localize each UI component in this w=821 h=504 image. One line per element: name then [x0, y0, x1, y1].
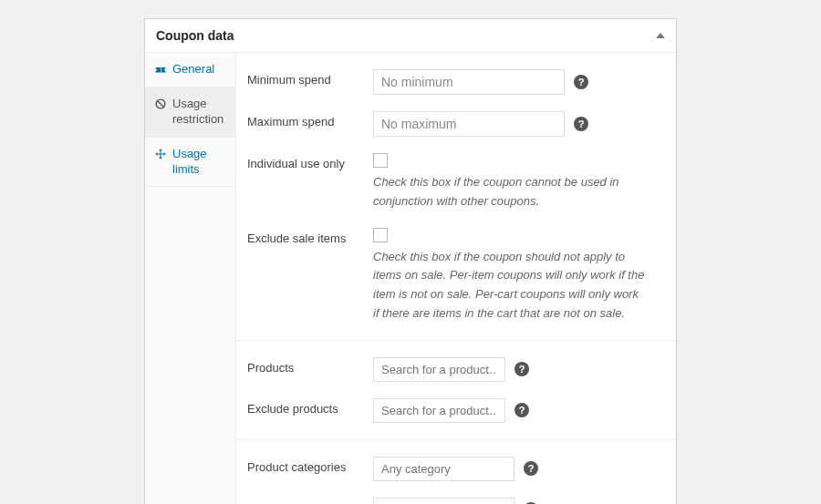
help-icon[interactable]: ?	[514, 362, 529, 376]
exclude-products-input[interactable]	[373, 398, 505, 423]
label-individual-use: Individual use only	[236, 153, 373, 170]
panel-header: Coupon data	[145, 19, 676, 53]
spend-group: Minimum spend ? Maximum spend ?	[236, 53, 676, 341]
tab-usage-restriction-label: Usage restriction	[172, 97, 226, 128]
panel-title: Coupon data	[156, 28, 234, 43]
row-exclude-products: Exclude products ?	[236, 390, 676, 431]
maximum-spend-input[interactable]	[373, 111, 565, 137]
help-icon[interactable]: ?	[574, 117, 588, 131]
exclude-categories-input[interactable]	[373, 498, 514, 504]
products-group: Products ? Exclude products ?	[236, 341, 676, 440]
tab-content: Minimum spend ? Maximum spend ?	[236, 53, 676, 504]
label-exclude-categories: Exclude categories	[236, 498, 373, 504]
tab-usage-restriction[interactable]: Usage restriction	[145, 87, 235, 138]
tabs-sidebar: General Usage restriction Usage limits	[145, 53, 236, 504]
coupon-data-panel: Coupon data General Usage restriction	[144, 18, 677, 504]
row-product-categories: Product categories ?	[236, 448, 676, 489]
panel-body: General Usage restriction Usage limits M…	[145, 53, 676, 504]
label-product-categories: Product categories	[236, 457, 373, 474]
row-exclude-categories: Exclude categories ?	[236, 489, 676, 504]
products-input[interactable]	[373, 357, 505, 382]
help-text-individual-use: Check this box if the coupon cannot be u…	[373, 173, 647, 211]
label-minimum-spend: Minimum spend	[236, 69, 373, 87]
tab-general[interactable]: General	[145, 53, 235, 87]
help-icon[interactable]: ?	[574, 75, 588, 89]
row-products: Products ?	[236, 349, 676, 390]
svg-line-1	[158, 100, 164, 107]
label-exclude-sale: Exclude sale items	[236, 228, 373, 245]
row-individual-use: Individual use only Check this box if th…	[236, 145, 676, 220]
ban-icon	[154, 98, 167, 110]
tab-general-label: General	[172, 62, 214, 77]
tab-usage-limits-label: Usage limits	[172, 147, 226, 178]
label-exclude-products: Exclude products	[236, 398, 373, 416]
collapse-toggle-icon[interactable]	[656, 33, 665, 38]
move-icon	[154, 148, 167, 160]
minimum-spend-input[interactable]	[373, 69, 565, 95]
row-exclude-sale: Exclude sale items Check this box if the…	[236, 220, 676, 332]
exclude-sale-checkbox[interactable]	[373, 228, 388, 242]
categories-group: Product categories ? Exclude categories …	[236, 440, 676, 504]
product-categories-input[interactable]	[373, 457, 514, 481]
help-text-exclude-sale: Check this box if the coupon should not …	[373, 248, 647, 324]
tab-usage-limits[interactable]: Usage limits	[145, 138, 235, 188]
ticket-icon	[154, 63, 167, 76]
help-icon[interactable]: ?	[514, 403, 529, 417]
help-icon[interactable]: ?	[524, 461, 538, 476]
label-maximum-spend: Maximum spend	[236, 111, 373, 129]
label-products: Products	[236, 357, 373, 375]
individual-use-checkbox[interactable]	[373, 153, 388, 168]
row-minimum-spend: Minimum spend ?	[236, 61, 676, 103]
row-maximum-spend: Maximum spend ?	[236, 103, 676, 145]
